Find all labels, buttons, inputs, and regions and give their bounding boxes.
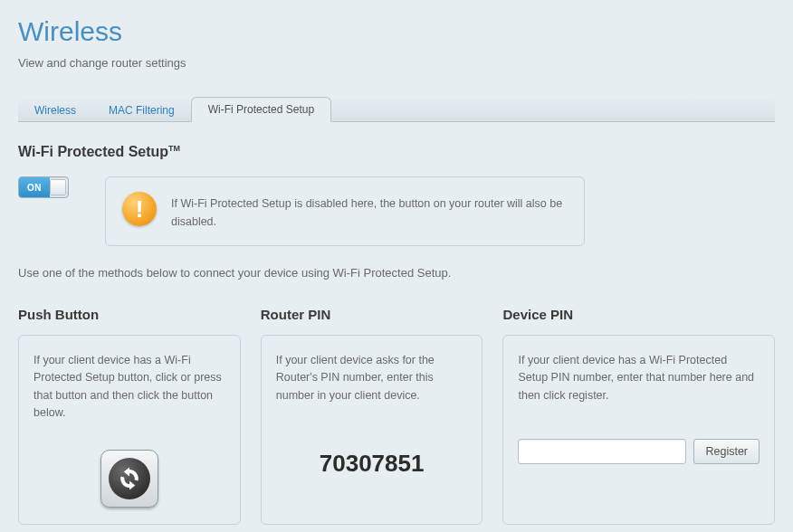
router-pin-title: Router PIN — [261, 307, 483, 322]
push-button-title: Push Button — [18, 307, 241, 322]
router-pin-card: If your client device asks for the Route… — [261, 335, 483, 525]
warning-text: If Wi-Fi Protected Setup is disabled her… — [171, 192, 568, 231]
trademark: TM — [168, 144, 180, 153]
device-pin-title: Device PIN — [502, 307, 775, 322]
warning-box: ! If Wi-Fi Protected Setup is disabled h… — [105, 176, 585, 246]
helper-text: Use one of the methods below to connect … — [18, 266, 775, 280]
register-button[interactable]: Register — [693, 439, 760, 464]
device-pin-input[interactable] — [518, 439, 686, 464]
section-heading-text: Wi-Fi Protected Setup — [18, 144, 168, 159]
page-subtitle: View and change router settings — [18, 56, 775, 70]
warning-icon: ! — [122, 192, 157, 226]
toggle-on-label: ON — [19, 177, 50, 197]
tab-mac-filtering[interactable]: MAC Filtering — [92, 99, 191, 122]
tab-wps[interactable]: Wi-Fi Protected Setup — [191, 97, 331, 122]
push-button-text: If your client device has a Wi-Fi Protec… — [33, 352, 225, 423]
device-pin-text: If your client device has a Wi-Fi Protec… — [518, 352, 760, 404]
wps-arrows-icon — [109, 458, 150, 499]
wps-push-button[interactable] — [100, 450, 158, 508]
router-pin-text: If your client device asks for the Route… — [276, 352, 468, 404]
push-button-card: If your client device has a Wi-Fi Protec… — [18, 335, 241, 525]
section-heading: Wi-Fi Protected SetupTM — [18, 144, 775, 160]
tab-wireless[interactable]: Wireless — [18, 99, 92, 122]
device-pin-card: If your client device has a Wi-Fi Protec… — [502, 335, 775, 525]
page-title: Wireless — [18, 16, 775, 47]
wps-toggle[interactable]: ON — [18, 176, 69, 198]
tab-strip: Wireless MAC Filtering Wi-Fi Protected S… — [18, 97, 775, 122]
toggle-knob — [50, 179, 66, 195]
router-pin-value: 70307851 — [276, 450, 468, 478]
